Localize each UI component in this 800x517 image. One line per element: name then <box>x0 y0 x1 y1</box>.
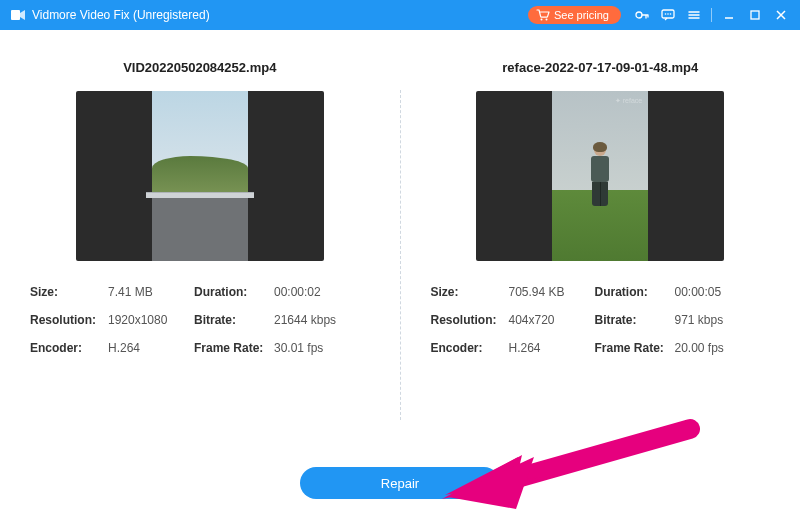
minimize-button[interactable] <box>716 0 742 30</box>
right-resolution: 404x720 <box>509 313 595 327</box>
right-duration: 00:00:05 <box>675 285 771 299</box>
left-bitrate: 21644 kbps <box>274 313 370 327</box>
left-thumbnail-image <box>152 91 248 261</box>
svg-point-7 <box>670 13 672 15</box>
right-thumbnail[interactable]: ✦ reface <box>476 91 724 261</box>
see-pricing-button[interactable]: See pricing <box>528 6 621 24</box>
label-resolution: Resolution: <box>431 313 509 327</box>
label-encoder: Encoder: <box>431 341 509 355</box>
svg-point-5 <box>665 13 667 15</box>
maximize-button[interactable] <box>742 0 768 30</box>
right-metadata: Size: 705.94 KB Duration: 00:00:05 Resol… <box>431 285 771 355</box>
svg-point-1 <box>540 19 542 21</box>
left-panel: VID20220502084252.mp4 Size: 7.41 MB Dura… <box>0 60 400 450</box>
cart-icon <box>536 9 550 21</box>
left-thumbnail[interactable] <box>76 91 324 261</box>
svg-rect-0 <box>11 10 20 20</box>
close-button[interactable] <box>768 0 794 30</box>
right-encoder: H.264 <box>509 341 595 355</box>
right-filename: reface-2022-07-17-09-01-48.mp4 <box>431 60 771 75</box>
left-metadata: Size: 7.41 MB Duration: 00:00:02 Resolut… <box>30 285 370 355</box>
left-resolution: 1920x1080 <box>108 313 194 327</box>
label-bitrate: Bitrate: <box>595 313 675 327</box>
svg-rect-8 <box>751 11 759 19</box>
right-size: 705.94 KB <box>509 285 595 299</box>
titlebar-separator <box>711 8 712 22</box>
right-thumbnail-image: ✦ reface <box>552 91 648 261</box>
left-filename: VID20220502084252.mp4 <box>30 60 370 75</box>
right-bitrate: 971 kbps <box>675 313 771 327</box>
svg-point-6 <box>667 13 669 15</box>
label-framerate: Frame Rate: <box>595 341 675 355</box>
label-encoder: Encoder: <box>30 341 108 355</box>
menu-icon[interactable] <box>681 0 707 30</box>
left-duration: 00:00:02 <box>274 285 370 299</box>
left-framerate: 30.01 fps <box>274 341 370 355</box>
titlebar: Vidmore Video Fix (Unregistered) See pri… <box>0 0 800 30</box>
app-logo-icon <box>10 7 26 23</box>
left-encoder: H.264 <box>108 341 194 355</box>
svg-point-2 <box>545 19 547 21</box>
label-bitrate: Bitrate: <box>194 313 274 327</box>
repair-button[interactable]: Repair <box>300 467 500 499</box>
main-content: VID20220502084252.mp4 Size: 7.41 MB Dura… <box>0 30 800 450</box>
key-icon[interactable] <box>629 0 655 30</box>
label-size: Size: <box>30 285 108 299</box>
pricing-label: See pricing <box>554 9 609 21</box>
label-framerate: Frame Rate: <box>194 341 274 355</box>
feedback-icon[interactable] <box>655 0 681 30</box>
label-duration: Duration: <box>194 285 274 299</box>
label-duration: Duration: <box>595 285 675 299</box>
app-title: Vidmore Video Fix (Unregistered) <box>32 8 210 22</box>
label-resolution: Resolution: <box>30 313 108 327</box>
right-framerate: 20.00 fps <box>675 341 771 355</box>
label-size: Size: <box>431 285 509 299</box>
svg-point-3 <box>636 12 642 18</box>
right-panel: reface-2022-07-17-09-01-48.mp4 ✦ reface … <box>401 60 801 450</box>
left-size: 7.41 MB <box>108 285 194 299</box>
